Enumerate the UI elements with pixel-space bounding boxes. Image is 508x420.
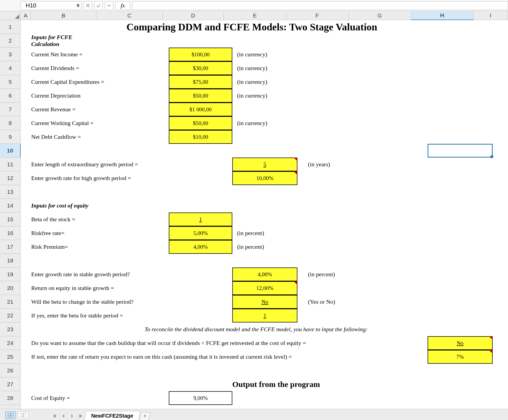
input-stable-growth[interactable]: 4,00% bbox=[232, 267, 297, 281]
name-box-value: H10 bbox=[26, 2, 36, 9]
tab-navigation bbox=[52, 413, 83, 420]
row-header-19[interactable]: 19 bbox=[0, 267, 21, 281]
row-header-8[interactable]: 8 bbox=[0, 116, 21, 130]
name-box[interactable]: H10 bbox=[21, 1, 81, 10]
row-header-11[interactable]: 11 bbox=[0, 158, 21, 171]
col-header-I[interactable]: I bbox=[474, 11, 508, 20]
col-header-C[interactable]: C bbox=[96, 11, 163, 20]
select-all-corner[interactable] bbox=[0, 11, 21, 20]
label-roe-stable: Return on equity in stable growth = bbox=[31, 285, 114, 292]
last-sheet-button[interactable] bbox=[76, 413, 83, 419]
hint-currency-5: (in currency) bbox=[237, 120, 267, 127]
input-riskfree[interactable]: 5,00% bbox=[169, 226, 232, 240]
input-net-income[interactable]: $100,00 bbox=[169, 48, 232, 61]
input-dividends[interactable]: $30,00 bbox=[169, 61, 232, 75]
row-headers: 1 2 3 4 5 6 7 8 9 10 11 12 13 14 15 16 1… bbox=[0, 20, 21, 409]
chevron-right-icon bbox=[70, 414, 74, 418]
formula-input[interactable] bbox=[132, 1, 508, 10]
col-header-F[interactable]: F bbox=[286, 11, 349, 20]
formula-dropdown-button[interactable] bbox=[105, 1, 113, 10]
page-title: Comparing DDM and FCFE Models: Two Stage… bbox=[31, 20, 508, 34]
output-heading: Output from the program bbox=[232, 380, 320, 389]
label-if-not-rate: If not, enter the rate of return you exp… bbox=[31, 353, 292, 360]
column-headers: A B C D E F G H I bbox=[21, 11, 508, 20]
label-risk-premium: Risk Premium= bbox=[31, 243, 68, 250]
input-depreciation[interactable]: $50,00 bbox=[169, 89, 232, 103]
input-growth-length[interactable]: 5 bbox=[232, 158, 297, 171]
add-sheet-button[interactable]: + bbox=[140, 412, 150, 420]
col-header-G[interactable]: G bbox=[349, 11, 411, 20]
hint-percent-2: (in percent) bbox=[237, 243, 264, 250]
row-header-5[interactable]: 5 bbox=[0, 75, 21, 89]
prev-sheet-button[interactable] bbox=[60, 413, 67, 419]
row-header-4[interactable]: 4 bbox=[0, 61, 21, 75]
row-header-2[interactable]: 2 bbox=[0, 34, 21, 48]
row-header-16[interactable]: 16 bbox=[0, 226, 21, 240]
col-header-A[interactable]: A bbox=[21, 11, 31, 20]
row-header-14[interactable]: 14 bbox=[0, 199, 21, 213]
input-revenue[interactable]: $1 000,00 bbox=[169, 103, 232, 116]
row-header-21[interactable]: 21 bbox=[0, 295, 21, 309]
name-box-stepper[interactable] bbox=[76, 4, 80, 7]
label-revenue: Current Revenue = bbox=[31, 106, 76, 113]
row-header-12[interactable]: 12 bbox=[0, 171, 21, 185]
col-header-H[interactable]: H bbox=[411, 11, 474, 20]
label-assume-reinvest: Do you want to assume that the cash buil… bbox=[31, 340, 306, 347]
input-beta-change-q[interactable]: No bbox=[232, 295, 297, 309]
row-header-9[interactable]: 9 bbox=[0, 130, 21, 144]
row-header-20[interactable]: 20 bbox=[0, 281, 21, 295]
row-header-25[interactable]: 25 bbox=[0, 350, 21, 364]
input-roe-stable[interactable]: 12,00% bbox=[232, 281, 297, 295]
confirm-formula-button[interactable] bbox=[94, 1, 103, 10]
cells-area[interactable]: Comparing DDM and FCFE Models: Two Stage… bbox=[21, 20, 508, 409]
row-header-3[interactable]: 3 bbox=[0, 48, 21, 61]
hint-years: (in years) bbox=[308, 161, 330, 168]
label-capex: Current Capital Expenditures = bbox=[31, 79, 104, 85]
normal-view-button[interactable] bbox=[5, 412, 16, 419]
input-beta[interactable]: 1 bbox=[169, 213, 232, 226]
input-growth-rate-high[interactable]: 10,00% bbox=[232, 171, 297, 185]
row-header-18[interactable]: 18 bbox=[0, 254, 21, 267]
selected-cell-H10[interactable] bbox=[428, 144, 493, 158]
sheet-tab-active[interactable]: NewFCFE2Stage bbox=[84, 411, 140, 420]
last-icon bbox=[78, 414, 81, 418]
next-sheet-button[interactable] bbox=[68, 413, 75, 419]
input-working-capital[interactable]: $50,00 bbox=[169, 116, 232, 130]
col-header-E[interactable]: E bbox=[224, 11, 286, 20]
input-if-not-rate[interactable]: 7% bbox=[428, 350, 493, 364]
label-depreciation: Current Depreciation bbox=[31, 92, 80, 99]
fx-button[interactable]: fx bbox=[115, 1, 130, 10]
col-header-B[interactable]: B bbox=[31, 11, 96, 20]
label-stable-growth: Enter growth rate in stable growth perio… bbox=[31, 271, 130, 278]
col-header-D[interactable]: D bbox=[163, 11, 224, 20]
input-beta-stable[interactable]: 1 bbox=[232, 309, 297, 322]
input-net-debt-cf[interactable]: $10,00 bbox=[169, 130, 232, 144]
row-header-15[interactable]: 15 bbox=[0, 213, 21, 226]
input-risk-premium[interactable]: 4,00% bbox=[169, 240, 232, 254]
row-header-27[interactable]: 27 bbox=[0, 377, 21, 391]
label-beta-change-q: Will the beta to change in the stable pe… bbox=[31, 298, 133, 305]
cancel-formula-button[interactable] bbox=[84, 1, 92, 10]
label-net-debt-cf: Net Debt Cashflow = bbox=[31, 133, 81, 140]
sheet-tab-bar: NewFCFE2Stage + bbox=[0, 409, 508, 420]
page-layout-view-button[interactable] bbox=[18, 412, 29, 419]
row-header-22[interactable]: 22 bbox=[0, 309, 21, 322]
row-header-26[interactable]: 26 bbox=[0, 364, 21, 377]
first-sheet-button[interactable] bbox=[52, 413, 59, 419]
input-assume-reinvest[interactable]: No bbox=[428, 336, 493, 350]
hint-percent-1: (in percent) bbox=[237, 230, 264, 237]
chevron-left-icon bbox=[62, 414, 66, 418]
row-header-13[interactable]: 13 bbox=[0, 185, 21, 199]
row-header-24[interactable]: 24 bbox=[0, 336, 21, 350]
row-header-1[interactable]: 1 bbox=[0, 20, 21, 34]
row-header-7[interactable]: 7 bbox=[0, 103, 21, 116]
coe-inputs-heading: Inputs for cost of equity bbox=[31, 202, 88, 209]
row-header-10[interactable]: 10 bbox=[0, 144, 21, 158]
row-header-17[interactable]: 17 bbox=[0, 240, 21, 254]
reconcile-note: To reconcile the dividend discount model… bbox=[145, 326, 368, 333]
row-header-6[interactable]: 6 bbox=[0, 89, 21, 103]
input-capex[interactable]: $75,00 bbox=[169, 75, 232, 89]
row-header-23[interactable]: 23 bbox=[0, 322, 21, 336]
hint-currency-4: (in currency) bbox=[237, 92, 267, 99]
row-header-28[interactable]: 28 bbox=[0, 391, 21, 405]
